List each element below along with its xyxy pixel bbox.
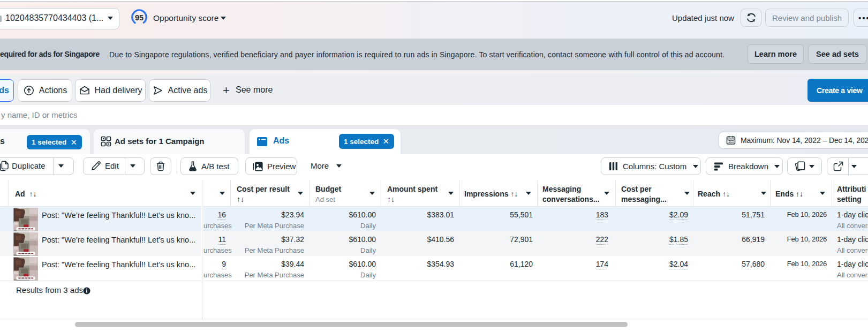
svg-text:95: 95 bbox=[135, 13, 144, 22]
